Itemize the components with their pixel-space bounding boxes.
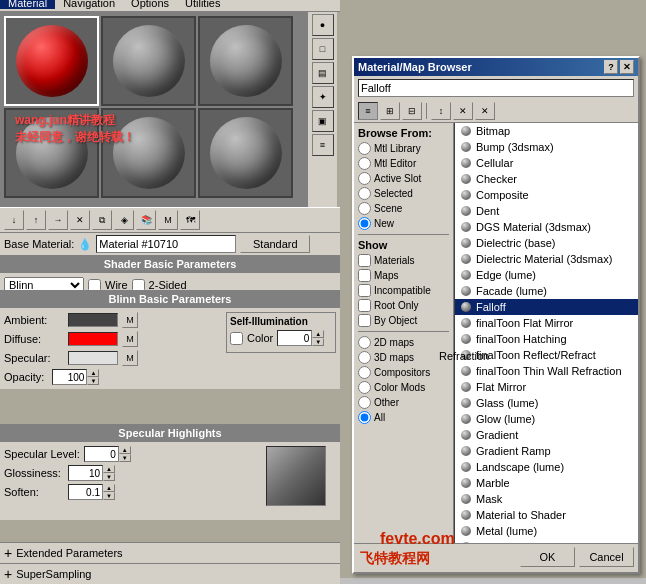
mat-item-8[interactable]: Dielectric Material (3dsmax): [455, 251, 638, 267]
material-name-input[interactable]: [96, 235, 236, 253]
delete-btn[interactable]: ✕: [453, 102, 473, 120]
mat-item-5[interactable]: Dent: [455, 203, 638, 219]
browser-search-input[interactable]: [358, 79, 634, 97]
soften-down[interactable]: ▼: [103, 492, 115, 500]
cancel-button[interactable]: Cancel: [579, 547, 634, 567]
mat-item-17[interactable]: Glass (lume): [455, 395, 638, 411]
tool-box-btn[interactable]: □: [312, 38, 334, 60]
tool-bg-btn[interactable]: ▤: [312, 62, 334, 84]
eyedropper-icon[interactable]: 💧: [78, 238, 92, 251]
small-icons-btn[interactable]: ⊞: [380, 102, 400, 120]
ambient-map-btn[interactable]: M: [122, 312, 138, 328]
mat-item-1[interactable]: Bump (3dsmax): [455, 139, 638, 155]
menu-navigation[interactable]: Navigation: [55, 0, 123, 9]
put-library-btn[interactable]: 📚: [136, 210, 156, 230]
menu-utilities[interactable]: Utilities: [177, 0, 228, 9]
mat-item-25[interactable]: Metal (lume): [455, 523, 638, 539]
material-list[interactable]: BitmapBump (3dsmax)CellularCheckerCompos…: [454, 123, 638, 543]
mat-item-10[interactable]: Facade (lume): [455, 283, 638, 299]
preview-cell-2[interactable]: [198, 16, 293, 106]
illum-down[interactable]: ▼: [312, 338, 324, 346]
soften-input[interactable]: [68, 484, 103, 500]
preview-cell-1[interactable]: [101, 16, 196, 106]
make-unique-btn[interactable]: ◈: [114, 210, 134, 230]
help-btn[interactable]: ?: [604, 60, 618, 74]
shader-header[interactable]: Shader Basic Parameters: [0, 255, 340, 273]
radio-selected-input[interactable]: [358, 187, 371, 200]
color-checkbox[interactable]: [230, 332, 243, 345]
mat-item-23[interactable]: Mask: [455, 491, 638, 507]
radio-mtl-editor-input[interactable]: [358, 157, 371, 170]
radio-new-input[interactable]: [358, 217, 371, 230]
radio-all-input[interactable]: [358, 411, 371, 424]
opacity-input[interactable]: [52, 369, 87, 385]
radio-2d-input[interactable]: [358, 336, 371, 349]
spec-level-down[interactable]: ▼: [119, 454, 131, 462]
show-incompatible-cb[interactable]: [358, 284, 371, 297]
mat-item-24[interactable]: Material to Shader: [455, 507, 638, 523]
mat-item-0[interactable]: Bitmap: [455, 123, 638, 139]
diffuse-map-btn[interactable]: M: [122, 331, 138, 347]
show-maps-cb[interactable]: [358, 269, 371, 282]
mat-item-9[interactable]: Edge (lume): [455, 267, 638, 283]
large-icons-btn[interactable]: ⊟: [402, 102, 422, 120]
gloss-down[interactable]: ▼: [103, 473, 115, 481]
menu-options[interactable]: Options: [123, 0, 177, 9]
put-material-btn[interactable]: ↑: [26, 210, 46, 230]
mat-item-26[interactable]: Noise: [455, 539, 638, 543]
specular-swatch[interactable]: [68, 351, 118, 365]
copy-btn[interactable]: ⧉: [92, 210, 112, 230]
mat-item-6[interactable]: DGS Material (3dsmax): [455, 219, 638, 235]
illum-input[interactable]: [277, 330, 312, 346]
get-material-btn[interactable]: ↓: [4, 210, 24, 230]
mat-item-3[interactable]: Checker: [455, 171, 638, 187]
diffuse-swatch[interactable]: [68, 332, 118, 346]
ambient-swatch[interactable]: [68, 313, 118, 327]
mat-item-20[interactable]: Gradient Ramp: [455, 443, 638, 459]
radio-color-input[interactable]: [358, 381, 371, 394]
close-x-btn[interactable]: ✕: [475, 102, 495, 120]
gloss-input[interactable]: [68, 465, 103, 481]
mat-effects-btn[interactable]: M: [158, 210, 178, 230]
assign-btn[interactable]: →: [48, 210, 68, 230]
sort-btn[interactable]: ↕: [431, 102, 451, 120]
tool-sphere-btn[interactable]: ●: [312, 14, 334, 36]
show-by-object-cb[interactable]: [358, 314, 371, 327]
illum-up[interactable]: ▲: [312, 330, 324, 338]
spec-level-input[interactable]: [84, 446, 119, 462]
soften-up[interactable]: ▲: [103, 484, 115, 492]
blinn-header[interactable]: Blinn Basic Parameters: [0, 290, 340, 308]
specular-map-btn[interactable]: M: [122, 350, 138, 366]
opacity-down[interactable]: ▼: [87, 377, 99, 385]
tool-light-btn[interactable]: ✦: [312, 86, 334, 108]
expand-super-btn[interactable]: +: [4, 566, 12, 582]
expand-ext-btn[interactable]: +: [4, 545, 12, 561]
mat-item-13[interactable]: finalToon Hatching: [455, 331, 638, 347]
radio-3d-input[interactable]: [358, 351, 371, 364]
menu-material[interactable]: Material: [0, 0, 55, 9]
tool-options-btn[interactable]: ≡: [312, 134, 334, 156]
mat-item-7[interactable]: Dielectric (base): [455, 235, 638, 251]
radio-active-slot-input[interactable]: [358, 172, 371, 185]
spec-level-up[interactable]: ▲: [119, 446, 131, 454]
opacity-up[interactable]: ▲: [87, 369, 99, 377]
mat-item-15[interactable]: finalToon Thin Wall Refraction: [455, 363, 638, 379]
mat-item-18[interactable]: Glow (lume): [455, 411, 638, 427]
mat-item-22[interactable]: Marble: [455, 475, 638, 491]
ok-button[interactable]: OK: [520, 547, 575, 567]
reset-btn[interactable]: ✕: [70, 210, 90, 230]
mat-item-21[interactable]: Landscape (lume): [455, 459, 638, 475]
radio-other-input[interactable]: [358, 396, 371, 409]
gloss-up[interactable]: ▲: [103, 465, 115, 473]
list-view-btn[interactable]: ≡: [358, 102, 378, 120]
mat-item-19[interactable]: Gradient: [455, 427, 638, 443]
preview-cell-0[interactable]: [4, 16, 99, 106]
radio-comp-input[interactable]: [358, 366, 371, 379]
mat-item-2[interactable]: Cellular: [455, 155, 638, 171]
close-btn[interactable]: ✕: [620, 60, 634, 74]
show-root-cb[interactable]: [358, 299, 371, 312]
mat-item-16[interactable]: Flat Mirror: [455, 379, 638, 395]
standard-button[interactable]: Standard: [240, 235, 310, 253]
spec-header[interactable]: Specular Highlights: [0, 424, 340, 442]
radio-mtl-library-input[interactable]: [358, 142, 371, 155]
